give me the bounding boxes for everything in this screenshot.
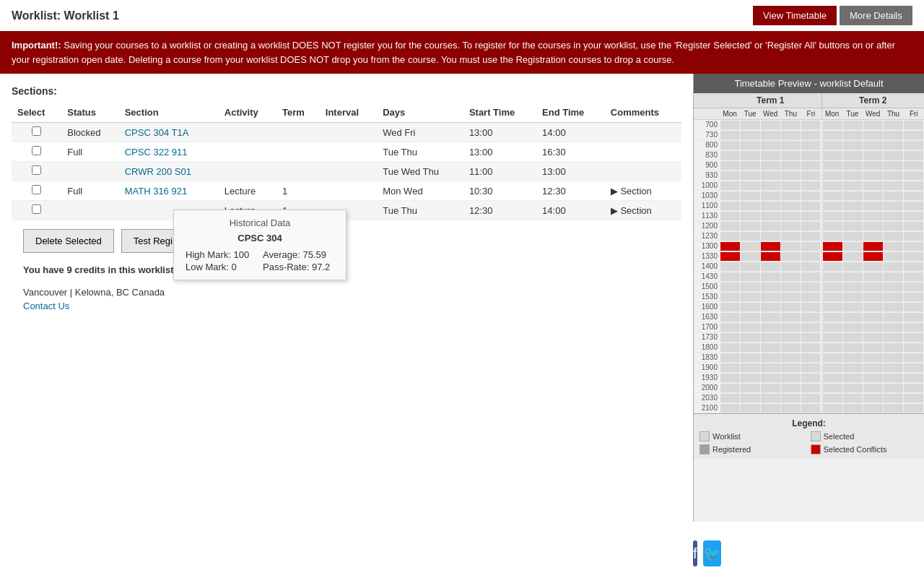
timetable-cell xyxy=(843,303,863,311)
timetable-cell xyxy=(843,363,863,372)
timetable-cell xyxy=(781,323,801,332)
time-label: 1430 xyxy=(694,272,720,282)
timetable-header: Timetable Preview - worklist Default xyxy=(694,74,924,93)
more-details-button[interactable]: More Details xyxy=(840,6,912,25)
time-label: 1630 xyxy=(694,312,720,322)
row-checkbox[interactable] xyxy=(32,126,41,136)
timetable-cell xyxy=(884,232,903,241)
timetable-cell xyxy=(741,141,760,150)
row-checkbox[interactable] xyxy=(32,146,41,155)
time-row: 700 xyxy=(694,120,924,130)
section-link[interactable]: CRWR 200 S01 xyxy=(125,166,191,177)
timetable-cell xyxy=(823,232,842,241)
timetable-cell xyxy=(884,242,903,251)
row-comments xyxy=(605,123,681,142)
timetable-cell xyxy=(823,202,842,210)
delete-selected-button[interactable]: Delete Selected xyxy=(23,229,114,253)
timetable-cell xyxy=(884,121,903,129)
timetable-cell xyxy=(884,252,903,261)
timetable-cell xyxy=(823,242,842,251)
time-label: 1900 xyxy=(694,363,720,373)
timetable-cell xyxy=(904,232,923,241)
view-timetable-button[interactable]: View Timetable xyxy=(753,6,837,25)
table-row: FullCPSC 322 911Tue Thu13:0016:30 xyxy=(12,142,681,162)
timetable-cell xyxy=(781,262,801,271)
time-row: 1530 xyxy=(694,292,924,302)
timetable-cell xyxy=(720,404,740,413)
timetable-cell xyxy=(720,171,740,180)
row-term: 1 xyxy=(276,181,320,201)
timetable-cell xyxy=(781,242,801,251)
timetable-cell xyxy=(843,384,863,392)
row-days: Tue Thu xyxy=(377,142,463,162)
row-comments: ▶ Section xyxy=(605,201,681,220)
row-end: 16:30 xyxy=(536,142,605,162)
timetable-cell xyxy=(904,212,923,220)
timetable-cell xyxy=(761,404,780,413)
timetable-cell xyxy=(884,202,903,210)
timetable-cell xyxy=(843,272,863,281)
row-term xyxy=(276,142,320,162)
time-label: 2100 xyxy=(694,403,720,413)
timetable-cell xyxy=(801,242,821,251)
timetable-cell xyxy=(801,333,821,342)
timetable-cell xyxy=(801,343,821,352)
row-checkbox[interactable] xyxy=(32,185,41,194)
section-link[interactable]: MATH 316 921 xyxy=(125,186,187,197)
timetable-cell xyxy=(741,333,760,342)
timetable-cell xyxy=(720,333,740,342)
row-start: 13:00 xyxy=(463,142,536,162)
timetable-cell xyxy=(904,191,923,200)
timetable-cell xyxy=(904,374,923,382)
timetable-cell xyxy=(904,313,923,322)
time-row: 1000 xyxy=(694,181,924,191)
row-days: Mon Wed xyxy=(377,181,463,201)
timetable-cell xyxy=(741,191,760,200)
section-link[interactable]: CPSC 322 911 xyxy=(125,147,188,158)
timetable-grid: Term 1 Term 2 MonTueWedThuFri MonTueWedT… xyxy=(694,93,924,413)
timetable-cell xyxy=(761,191,780,200)
timetable-cell xyxy=(720,141,740,150)
section-link[interactable]: CPSC 304 T1A xyxy=(125,127,189,138)
col-interval: Interval xyxy=(320,103,377,123)
row-interval xyxy=(320,181,377,201)
timetable-cell xyxy=(761,384,780,392)
timetable-cell xyxy=(781,171,801,180)
timetable-cell xyxy=(884,313,903,322)
timetable-cell xyxy=(904,141,923,150)
row-start: 11:00 xyxy=(463,162,536,181)
timetable-cell xyxy=(761,272,780,281)
row-checkbox[interactable] xyxy=(32,204,41,214)
timetable-cell xyxy=(884,131,903,139)
time-label: 700 xyxy=(694,120,720,130)
col-term: Term xyxy=(276,103,320,123)
timetable-cell xyxy=(843,252,863,261)
timetable-cell xyxy=(761,202,780,210)
timetable-cell xyxy=(843,404,863,413)
row-checkbox[interactable] xyxy=(32,165,41,175)
timetable-cell xyxy=(801,353,821,362)
row-end: 13:00 xyxy=(536,162,605,181)
timetable-cell xyxy=(884,333,903,342)
tooltip-pass: Pass-Rate: 97.2 xyxy=(263,262,334,272)
timetable-cell xyxy=(801,303,821,311)
contact-us-link[interactable]: Contact Us xyxy=(23,301,69,311)
timetable-cell xyxy=(761,353,780,362)
timetable-cell xyxy=(741,151,760,160)
timetable-cell xyxy=(761,121,780,129)
time-label: 1200 xyxy=(694,221,720,231)
timetable-cell xyxy=(801,272,821,281)
legend-conflict-label: Selected Conflicts xyxy=(824,445,919,454)
term1-header: Term 1 xyxy=(720,93,822,108)
timetable-cell xyxy=(741,303,760,311)
timetable-cell xyxy=(761,252,780,261)
day-label: Tue xyxy=(740,108,760,119)
timetable-cell xyxy=(823,353,842,362)
time-label: 1030 xyxy=(694,191,720,201)
col-select: Select xyxy=(12,103,61,123)
timetable-cell xyxy=(801,151,821,160)
legend-worklist-label: Worklist xyxy=(712,432,808,441)
timetable-cell xyxy=(781,272,801,281)
timetable-cell xyxy=(904,252,923,261)
timetable-cell xyxy=(843,323,863,332)
